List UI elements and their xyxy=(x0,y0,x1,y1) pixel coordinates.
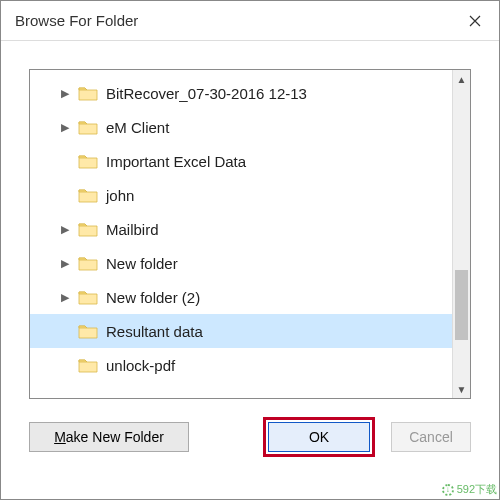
tree-item-label: john xyxy=(106,187,134,204)
folder-icon xyxy=(78,187,98,203)
close-button[interactable] xyxy=(451,1,499,41)
chevron-right-icon[interactable]: ▶ xyxy=(58,87,72,100)
tree-item-label: Important Excel Data xyxy=(106,153,246,170)
folder-icon xyxy=(78,221,98,237)
ok-button[interactable]: OK xyxy=(268,422,370,452)
tree-item-label: unlock-pdf xyxy=(106,357,175,374)
folder-icon xyxy=(78,323,98,339)
scroll-up-arrow[interactable]: ▲ xyxy=(453,70,470,88)
make-new-folder-button[interactable]: Make New Folder xyxy=(29,422,189,452)
chevron-right-icon[interactable]: ▶ xyxy=(58,291,72,304)
folder-icon xyxy=(78,153,98,169)
folder-icon xyxy=(78,289,98,305)
tree-item[interactable]: ▶eM Client xyxy=(30,110,452,144)
tree-item-label: Mailbird xyxy=(106,221,159,238)
folder-tree[interactable]: ▶BitRecover_07-30-2016 12-13▶eM Client▶I… xyxy=(30,70,452,398)
watermark-icon: ↓ xyxy=(442,484,454,496)
folder-icon xyxy=(78,119,98,135)
folder-tree-container: ▶BitRecover_07-30-2016 12-13▶eM Client▶I… xyxy=(29,69,471,399)
watermark: ↓ 592下载 xyxy=(442,482,497,497)
chevron-right-icon[interactable]: ▶ xyxy=(58,257,72,270)
chevron-right-icon[interactable]: ▶ xyxy=(58,223,72,236)
cancel-button[interactable]: Cancel xyxy=(391,422,471,452)
button-bar: Make New Folder OK Cancel xyxy=(1,399,499,475)
tree-item[interactable]: ▶BitRecover_07-30-2016 12-13 xyxy=(30,76,452,110)
chevron-right-icon[interactable]: ▶ xyxy=(58,121,72,134)
titlebar: Browse For Folder xyxy=(1,1,499,41)
ok-button-highlight: OK xyxy=(263,417,375,457)
tree-item-label: Resultant data xyxy=(106,323,203,340)
tree-item[interactable]: ▶New folder xyxy=(30,246,452,280)
tree-item[interactable]: ▶Resultant data xyxy=(30,314,452,348)
tree-item[interactable]: ▶New folder (2) xyxy=(30,280,452,314)
scrollbar[interactable]: ▲ ▼ xyxy=(452,70,470,398)
scroll-thumb[interactable] xyxy=(455,270,468,340)
scroll-down-arrow[interactable]: ▼ xyxy=(453,380,470,398)
dialog-content: ▶BitRecover_07-30-2016 12-13▶eM Client▶I… xyxy=(1,41,499,399)
browse-folder-dialog: Browse For Folder ▶BitRecover_07-30-2016… xyxy=(0,0,500,500)
tree-item-label: New folder (2) xyxy=(106,289,200,306)
tree-item[interactable]: ▶unlock-pdf xyxy=(30,348,452,382)
dialog-title: Browse For Folder xyxy=(15,12,451,29)
folder-icon xyxy=(78,85,98,101)
close-icon xyxy=(469,15,481,27)
tree-item-label: New folder xyxy=(106,255,178,272)
folder-icon xyxy=(78,255,98,271)
tree-item[interactable]: ▶john xyxy=(30,178,452,212)
tree-item-label: eM Client xyxy=(106,119,169,136)
tree-item[interactable]: ▶Important Excel Data xyxy=(30,144,452,178)
tree-item-label: BitRecover_07-30-2016 12-13 xyxy=(106,85,307,102)
tree-item[interactable]: ▶Mailbird xyxy=(30,212,452,246)
folder-icon xyxy=(78,357,98,373)
